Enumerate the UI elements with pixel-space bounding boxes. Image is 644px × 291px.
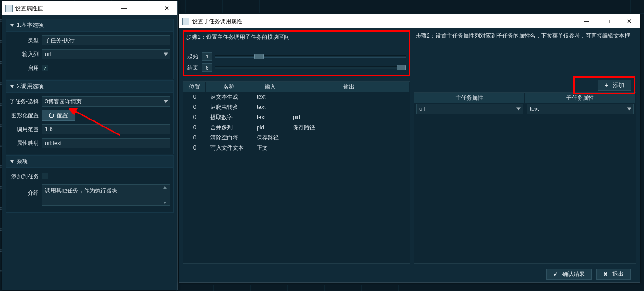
col-pos[interactable]: 位置 bbox=[183, 82, 206, 92]
add-mapping-button[interactable]: 添加 bbox=[598, 80, 631, 91]
attr-map-field[interactable] bbox=[42, 138, 170, 148]
minimize-icon: — bbox=[584, 18, 589, 25]
add-button-label: 添加 bbox=[613, 82, 624, 89]
confirm-button-label: 确认结果 bbox=[562, 270, 585, 278]
app-icon bbox=[5, 5, 13, 12]
table-row[interactable]: 0提取数字textpid bbox=[183, 112, 410, 122]
chevron-down-icon bbox=[10, 24, 14, 27]
cell-pos: 0 bbox=[183, 124, 206, 131]
table-row[interactable]: 0写入文件文本正文 bbox=[183, 143, 410, 153]
end-value[interactable]: 6 bbox=[202, 63, 212, 72]
type-field[interactable] bbox=[42, 35, 170, 45]
cell-in: text bbox=[252, 94, 288, 100]
table-row[interactable]: 0合并多列pid保存路径 bbox=[183, 122, 410, 133]
main-attr-select[interactable]: url bbox=[416, 104, 523, 114]
cell-out: 保存路径 bbox=[288, 124, 410, 132]
step2-column: 步骤2：设置主任务属性列对应到子任务的属性名，下拉菜单仅参考，可直接编辑文本框 … bbox=[414, 30, 636, 264]
cell-name: 合并多列 bbox=[206, 124, 252, 132]
mapping-table: 主任务属性 子任务属性 urltext bbox=[414, 92, 636, 264]
dialog-bottom-bar: 确认结果 退出 bbox=[179, 266, 640, 282]
intro-label: 介绍 bbox=[9, 184, 42, 197]
cell-name: 从爬虫转换 bbox=[206, 103, 252, 111]
slider-thumb[interactable] bbox=[254, 54, 264, 59]
cell-name: 清除空白符 bbox=[206, 134, 252, 142]
add-to-task-checkbox[interactable] bbox=[42, 173, 48, 179]
col-in[interactable]: 输入 bbox=[252, 82, 288, 92]
cell-name: 从文本生成 bbox=[206, 93, 252, 101]
cell-pos: 0 bbox=[183, 114, 206, 120]
titlebar[interactable]: 设置属性值 — □ ✕ bbox=[2, 1, 177, 15]
exit-button-label: 退出 bbox=[612, 270, 624, 278]
confirm-button[interactable]: 确认结果 bbox=[546, 269, 592, 280]
attr-map-label: 属性映射 bbox=[9, 139, 42, 147]
modules-grid: 位置 名称 输入 输出 0从文本生成text0从爬虫转换text0提取数字tex… bbox=[183, 81, 410, 264]
cell-in: 保存路径 bbox=[252, 134, 288, 142]
titlebar[interactable]: 设置子任务调用属性 — □ ✕ bbox=[179, 14, 640, 28]
cell-in: text bbox=[252, 114, 288, 120]
minimize-button[interactable]: — bbox=[114, 1, 135, 15]
intro-textarea[interactable]: 调用其他任务，作为执行器块 bbox=[42, 184, 170, 206]
col-sub-attr[interactable]: 子任务属性 bbox=[525, 93, 636, 103]
section-basic-header[interactable]: 1.基本选项 bbox=[6, 19, 174, 32]
set-subtask-dialog: 设置子任务调用属性 — □ ✕ 步骤1：设置主任务调用子任务的模块区间 起始 1 bbox=[179, 14, 640, 283]
close-icon bbox=[603, 271, 610, 278]
minimize-button[interactable]: — bbox=[576, 14, 597, 28]
check-icon bbox=[553, 271, 560, 278]
step1-column: 步骤1：设置主任务调用子任务的模块区间 起始 1 结束 6 bbox=[183, 30, 410, 264]
maximize-button[interactable]: □ bbox=[135, 1, 156, 15]
main-attr-value: url bbox=[419, 106, 425, 112]
mapping-row[interactable]: urltext bbox=[414, 103, 636, 115]
chevron-down-icon bbox=[164, 53, 168, 56]
start-label: 起始 bbox=[187, 53, 202, 61]
close-icon: ✕ bbox=[627, 18, 631, 25]
type-label: 类型 bbox=[9, 37, 42, 44]
close-icon: ✕ bbox=[164, 5, 169, 12]
add-button-highlight-box: 添加 bbox=[573, 76, 635, 94]
textarea-spinner[interactable] bbox=[163, 186, 169, 204]
slider-thumb[interactable] bbox=[397, 65, 406, 70]
minimize-icon: — bbox=[121, 5, 127, 12]
cell-pos: 0 bbox=[183, 145, 206, 151]
table-row[interactable]: 0从文本生成text bbox=[183, 92, 410, 102]
step1-highlight-box: 步骤1：设置主任务调用子任务的模块区间 起始 1 结束 6 bbox=[183, 30, 410, 76]
section-invoke-title: 2.调用选项 bbox=[17, 82, 44, 90]
mapping-body[interactable]: urltext bbox=[414, 103, 636, 263]
app-icon bbox=[182, 18, 189, 25]
enable-label: 启用 bbox=[9, 64, 42, 72]
table-row[interactable]: 0从爬虫转换text bbox=[183, 102, 410, 112]
table-row[interactable]: 0清除空白符保存路径 bbox=[183, 133, 410, 143]
input-col-value: url bbox=[45, 51, 51, 57]
cell-in: pid bbox=[252, 124, 288, 131]
refresh-icon bbox=[48, 112, 55, 119]
sub-attr-value: text bbox=[530, 106, 539, 112]
section-misc-body: 添加到任务 介绍 调用其他任务，作为执行器块 bbox=[6, 168, 174, 213]
background-ruler-bottom bbox=[176, 285, 644, 291]
mapping-header: 主任务属性 子任务属性 bbox=[414, 93, 636, 103]
gui-config-button[interactable]: 配置 bbox=[42, 110, 75, 121]
check-icon: ✓ bbox=[43, 66, 47, 71]
cell-pos: 0 bbox=[183, 104, 206, 110]
input-col-label: 输入列 bbox=[9, 51, 42, 58]
subtask-select[interactable]: 3博客园详情页 bbox=[42, 96, 170, 107]
section-basic-title: 1.基本选项 bbox=[17, 21, 44, 29]
end-slider[interactable] bbox=[215, 66, 406, 69]
section-invoke-header[interactable]: 2.调用选项 bbox=[6, 80, 174, 93]
sub-attr-select[interactable]: text bbox=[527, 104, 634, 114]
close-button[interactable]: ✕ bbox=[156, 1, 177, 15]
maximize-button[interactable]: □ bbox=[597, 14, 619, 28]
invoke-range-field[interactable] bbox=[42, 124, 170, 134]
input-col-select[interactable]: url bbox=[42, 49, 170, 59]
grid-body[interactable]: 0从文本生成text0从爬虫转换text0提取数字textpid0合并多列pid… bbox=[183, 92, 410, 263]
cell-in: text bbox=[252, 104, 288, 110]
exit-button[interactable]: 退出 bbox=[596, 269, 631, 280]
add-to-task-label: 添加到任务 bbox=[9, 173, 42, 181]
col-out[interactable]: 输出 bbox=[288, 82, 410, 92]
enable-checkbox[interactable]: ✓ bbox=[42, 65, 48, 71]
start-value[interactable]: 1 bbox=[202, 52, 212, 61]
close-button[interactable]: ✕ bbox=[619, 14, 640, 28]
section-misc-header[interactable]: 杂项 bbox=[6, 155, 174, 168]
start-slider[interactable] bbox=[215, 55, 406, 58]
col-main-attr[interactable]: 主任务属性 bbox=[414, 93, 525, 103]
dialog-title: 设置子任务调用属性 bbox=[192, 18, 242, 25]
col-name[interactable]: 名称 bbox=[206, 82, 252, 92]
